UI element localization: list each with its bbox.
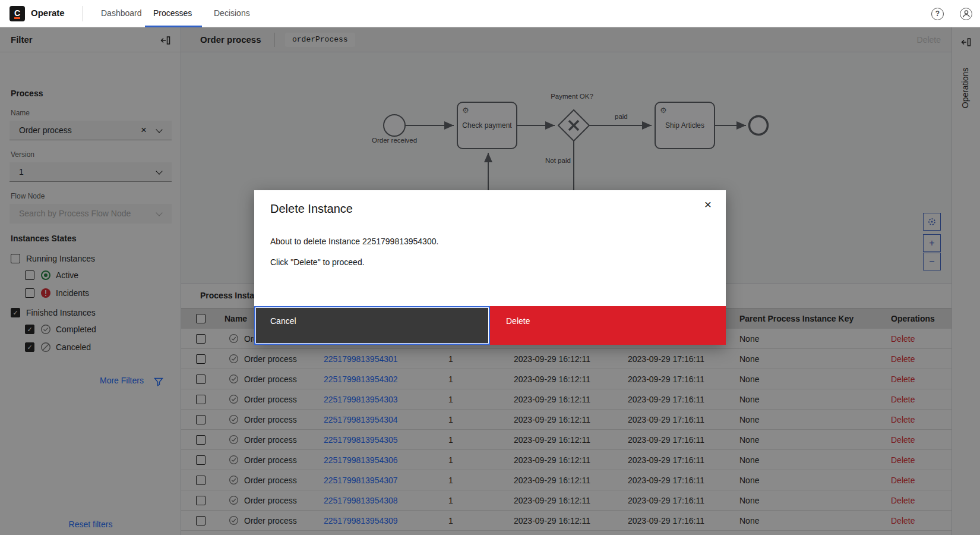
- delete-instance-modal: Delete Instance × About to delete Instan…: [254, 190, 726, 345]
- close-icon[interactable]: ×: [698, 195, 717, 214]
- app-frame: C Operate Dashboard Processes Decisions …: [0, 0, 980, 535]
- camunda-logo-icon: C: [10, 6, 25, 21]
- tab-processes[interactable]: Processes: [153, 8, 192, 18]
- modal-title: Delete Instance: [270, 202, 353, 216]
- modal-message-2: Click "Delete" to proceed.: [270, 257, 365, 267]
- tab-decisions[interactable]: Decisions: [214, 8, 250, 18]
- help-icon[interactable]: ?: [931, 8, 944, 20]
- tab-dashboard[interactable]: Dashboard: [101, 8, 142, 18]
- user-icon[interactable]: [960, 8, 972, 20]
- top-nav: C Operate Dashboard Processes Decisions …: [0, 0, 980, 27]
- cancel-button[interactable]: Cancel: [254, 306, 490, 345]
- nav-divider: [82, 6, 83, 21]
- delete-button[interactable]: Delete: [490, 306, 726, 345]
- product-title: Operate: [31, 8, 65, 18]
- modal-message-1: About to delete Instance 225179981395430…: [270, 237, 438, 246]
- active-tab-underline: [145, 26, 202, 27]
- modal-footer: Cancel Delete: [254, 306, 726, 345]
